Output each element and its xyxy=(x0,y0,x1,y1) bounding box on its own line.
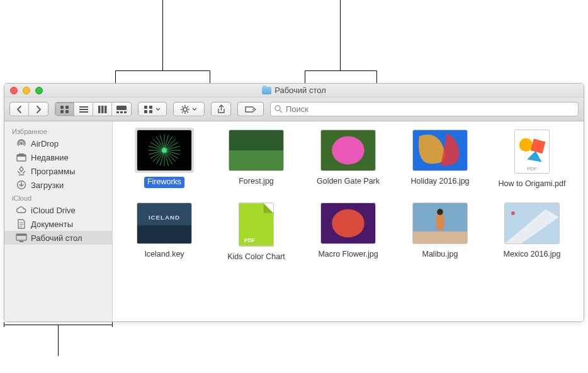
sidebar-item-docs[interactable]: Документы xyxy=(4,217,112,231)
desktop-icon xyxy=(16,233,27,243)
file-label: Fireworks xyxy=(144,177,184,188)
share-button-group xyxy=(211,102,231,116)
file-item[interactable]: Holiday 2016.jpg xyxy=(397,128,483,189)
callout-line xyxy=(162,0,163,70)
svg-text:PDF: PDF xyxy=(244,237,255,243)
svg-rect-12 xyxy=(120,111,123,113)
file-label: Golden Gate Park xyxy=(317,177,380,187)
svg-rect-4 xyxy=(79,106,88,108)
file-item[interactable]: Mexico 2016.jpg xyxy=(489,201,575,262)
sidebar-item-downloads[interactable]: Загрузки xyxy=(4,178,112,192)
file-item[interactable]: Macro Flower.jpg xyxy=(305,201,391,262)
svg-rect-5 xyxy=(79,109,88,110)
arrange-button[interactable] xyxy=(139,103,166,116)
svg-point-27 xyxy=(252,109,254,110)
file-item[interactable]: Golden Gate Park xyxy=(305,128,391,189)
finder-window: Рабочий стол xyxy=(4,83,584,322)
file-label: Holiday 2016.jpg xyxy=(410,177,469,187)
svg-rect-13 xyxy=(124,111,127,113)
icon-grid: FireworksForest.jpgGolden Gate ParkHolid… xyxy=(122,128,575,262)
forward-button[interactable] xyxy=(29,103,48,116)
file-label: How to Origami.pdf xyxy=(499,179,566,189)
svg-line-29 xyxy=(280,110,282,113)
sidebar-item-recent[interactable]: Недавние xyxy=(4,150,112,164)
action-button[interactable] xyxy=(174,103,204,116)
tag-icon xyxy=(245,106,256,113)
svg-point-88 xyxy=(332,209,365,237)
svg-rect-71 xyxy=(229,150,283,170)
svg-point-73 xyxy=(332,136,365,164)
svg-rect-3 xyxy=(65,110,69,113)
svg-rect-43 xyxy=(20,241,23,242)
sidebar-item-icloud[interactable]: iCloud Drive xyxy=(4,203,112,217)
sidebar-item-airdrop[interactable]: AirDrop xyxy=(4,136,112,150)
file-item[interactable]: Malibu.jpg xyxy=(397,201,483,262)
sidebar-item-label: Программы xyxy=(31,167,75,176)
file-label: Kids Color Chart xyxy=(227,252,285,262)
svg-line-35 xyxy=(23,171,25,174)
docs-icon xyxy=(16,219,27,229)
file-thumbnail: PDF xyxy=(514,130,550,174)
gear-icon xyxy=(181,105,189,114)
sidebar-section-header: Избранное xyxy=(4,125,112,136)
svg-point-92 xyxy=(437,209,443,215)
svg-rect-90 xyxy=(413,231,467,243)
file-label: Iceland.key xyxy=(144,250,184,260)
svg-line-26 xyxy=(187,106,188,108)
icloud-icon xyxy=(16,205,27,215)
file-thumbnail xyxy=(229,130,284,171)
sidebar-item-label: Документы xyxy=(31,220,73,229)
file-thumbnail xyxy=(412,203,468,244)
file-thumbnail xyxy=(504,203,560,244)
arrange-button-group xyxy=(138,102,167,116)
sidebar-item-label: Загрузки xyxy=(31,181,64,190)
svg-rect-32 xyxy=(17,155,26,157)
callout-line xyxy=(305,70,376,71)
back-button[interactable] xyxy=(10,103,29,116)
share-button[interactable] xyxy=(212,103,230,116)
callout-tick xyxy=(112,322,113,327)
view-icon-button[interactable] xyxy=(55,103,74,116)
toolbar xyxy=(4,97,584,121)
view-gallery-button[interactable] xyxy=(112,103,131,116)
svg-rect-11 xyxy=(116,111,119,113)
file-item[interactable]: Fireworks xyxy=(122,128,207,189)
sidebar: ИзбранноеAirDropНедавниеПрограммыЗагрузк… xyxy=(4,121,113,321)
sidebar-item-desktop[interactable]: Рабочий стол xyxy=(4,231,112,245)
titlebar: Рабочий стол xyxy=(4,84,584,97)
svg-point-95 xyxy=(511,211,515,215)
view-column-button[interactable] xyxy=(93,103,112,116)
file-item[interactable]: Forest.jpg xyxy=(213,128,299,189)
zoom-button[interactable] xyxy=(35,87,43,94)
file-thumbnail xyxy=(320,203,376,244)
minimize-button[interactable] xyxy=(23,87,30,94)
view-list-button[interactable] xyxy=(74,103,93,116)
sidebar-item-label: AirDrop xyxy=(31,139,59,148)
sidebar-item-label: Рабочий стол xyxy=(31,233,82,243)
svg-rect-14 xyxy=(144,106,147,109)
chevron-down-icon xyxy=(155,108,161,111)
content-area: FireworksForest.jpgGolden Gate ParkHolid… xyxy=(113,121,584,321)
view-mode-group xyxy=(55,102,132,116)
svg-point-18 xyxy=(183,108,187,111)
file-item[interactable]: ICELANDIceland.key xyxy=(122,201,207,262)
callout-tick xyxy=(4,322,4,327)
file-label: Malibu.jpg xyxy=(422,250,458,260)
svg-text:ICELAND: ICELAND xyxy=(149,213,180,220)
sidebar-section-header: iCloud xyxy=(4,192,112,203)
file-thumbnail xyxy=(137,130,192,171)
tags-button[interactable] xyxy=(238,103,263,116)
svg-rect-2 xyxy=(60,110,64,113)
window-controls xyxy=(4,87,43,94)
svg-rect-1 xyxy=(65,106,69,109)
downloads-icon xyxy=(16,180,27,190)
folder-icon xyxy=(262,87,271,94)
file-item[interactable]: PDFHow to Origami.pdf xyxy=(489,128,575,189)
svg-rect-9 xyxy=(105,106,107,113)
search-input[interactable] xyxy=(286,104,574,114)
sidebar-item-apps[interactable]: Программы xyxy=(4,164,112,178)
close-button[interactable] xyxy=(10,87,18,94)
action-button-group xyxy=(173,102,205,116)
search-field[interactable] xyxy=(270,102,579,116)
file-item[interactable]: PDFKids Color Chart xyxy=(213,201,299,262)
